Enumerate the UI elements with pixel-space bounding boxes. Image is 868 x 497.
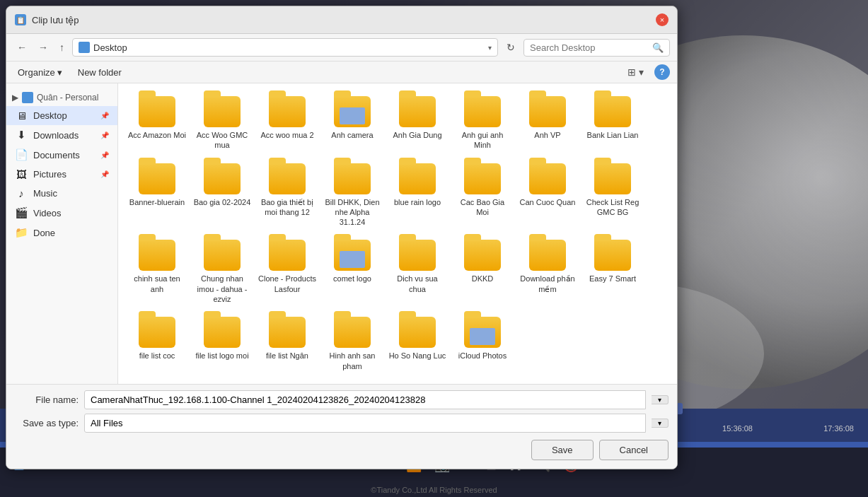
file-label-bao-gia-02-2024: Bao gia 02-2024 <box>194 197 251 207</box>
folder-icon-file-list-coc <box>139 317 175 348</box>
file-item-acc-woo-mua2[interactable]: Acc woo mua 2 <box>255 90 319 156</box>
desktop-icon: 🖥 <box>15 110 28 122</box>
sidebar-label-documents: Documents <box>33 150 95 160</box>
file-label-acc-amazon: Acc Amazon Moi <box>128 130 186 140</box>
up-button[interactable]: ↑ <box>56 40 68 54</box>
search-input[interactable] <box>530 42 649 53</box>
dialog-overlay: 📋 Clip lưu tệp × ← → ↑ Desktop ▾ ↻ 🔍 <box>0 0 868 497</box>
sidebar-label-pictures: Pictures <box>33 169 95 180</box>
refresh-button[interactable]: ↻ <box>502 40 519 54</box>
file-item-acc-amazon[interactable]: Acc Amazon Moi <box>125 90 189 156</box>
file-label-ho-so-nang-luc: Ho So Nang Luc <box>389 351 446 361</box>
file-label-bill-dhkk: Bill DHKK, Dien nhe Alpha 31.1.24 <box>323 197 381 228</box>
sidebar-item-music[interactable]: ♪ Music <box>6 184 117 203</box>
file-item-icloud-photos[interactable]: iCloud Photos <box>451 311 514 377</box>
file-item-bao-gia-thiet-bi[interactable]: Bao gia thiết bị moi thang 12 <box>255 158 319 233</box>
bottom-area: File name: ▾ Save as type: ▾ Save Cancel <box>6 384 677 469</box>
folder-icon-chinh-sua-ten <box>139 240 175 271</box>
file-item-banner-bluerain[interactable]: Banner-bluerain <box>125 158 189 233</box>
file-label-banner-bluerain: Banner-bluerain <box>129 197 185 207</box>
folder-icon-dkkd <box>464 240 501 271</box>
folder-icon-ho-so-nang-luc <box>399 317 436 348</box>
file-item-anh-gui-minh[interactable]: Anh gui anh Minh <box>451 90 514 156</box>
file-item-file-list-ngan[interactable]: file list Ngân <box>255 311 319 377</box>
folder-icon-file-list-ngan <box>269 317 306 348</box>
folder-icon-bao-gia-thiet-bi <box>269 163 306 194</box>
folder-icon-comet-logo <box>334 240 371 271</box>
folder-icon-easy-7-smart <box>594 240 631 271</box>
search-bar[interactable]: 🔍 <box>523 39 670 57</box>
sidebar-item-documents[interactable]: 📄 Documents 📌 <box>6 145 117 165</box>
address-text: Desktop <box>93 42 485 53</box>
folder-icon-check-list-reg <box>594 163 631 194</box>
sidebar-item-desktop[interactable]: 🖥 Desktop 📌 <box>6 106 117 125</box>
file-item-chinh-sua-ten[interactable]: chinh sua ten anh <box>125 234 189 310</box>
sidebar-item-videos[interactable]: 🎬 Videos <box>6 203 117 223</box>
file-item-easy-7-smart[interactable]: Easy 7 Smart <box>581 234 644 310</box>
folder-icon-can-cuoc-quan <box>529 163 566 194</box>
file-item-file-list-logo-moi[interactable]: file list logo moi <box>190 311 254 377</box>
file-label-anh-vp: Anh VP <box>534 130 560 140</box>
file-item-dich-vu-sua-chua[interactable]: Dich vu sua chua <box>386 234 449 310</box>
file-label-chung-nhan-imou: Chung nhan imou - dahua - ezviz <box>193 274 251 304</box>
file-item-acc-woo-gmc[interactable]: Acc Woo GMC mua <box>190 90 254 156</box>
file-item-anh-camera[interactable]: Anh camera <box>320 90 384 156</box>
search-icon: 🔍 <box>652 42 664 53</box>
save-button[interactable]: Save <box>531 440 594 460</box>
music-icon: ♪ <box>15 187 28 199</box>
sidebar-item-done[interactable]: 📁 Done <box>6 223 117 242</box>
file-label-anh-gui-minh: Anh gui anh Minh <box>453 130 511 151</box>
sidebar-chevron-icon: ▶ <box>12 93 18 103</box>
file-label-bank-lian: Bank Lian Lian <box>587 130 639 140</box>
action-row: Save Cancel <box>15 437 669 463</box>
back-button[interactable]: ← <box>13 40 30 54</box>
sidebar-label-desktop: Desktop <box>33 110 95 121</box>
filename-input[interactable] <box>84 390 646 409</box>
file-item-dkkd[interactable]: DKKD <box>451 234 514 310</box>
file-label-anh-gia-dung: Anh Gia Dung <box>393 130 441 140</box>
new-folder-button[interactable]: New folder <box>74 65 126 80</box>
file-label-file-list-ngan: file list Ngân <box>266 351 308 361</box>
file-item-clone-products[interactable]: Clone - Products Lasfour <box>255 234 319 310</box>
help-button[interactable]: ? <box>654 64 670 80</box>
filename-label: File name: <box>15 394 79 405</box>
forward-button[interactable]: → <box>35 40 52 54</box>
close-button[interactable]: × <box>656 13 669 26</box>
file-item-bill-dhkk[interactable]: Bill DHKK, Dien nhe Alpha 31.1.24 <box>320 158 384 233</box>
file-item-comet-logo[interactable]: comet logo <box>320 234 384 310</box>
sidebar-pin-documents: 📌 <box>100 151 109 159</box>
file-item-hinh-anh-san-pham[interactable]: Hinh anh san pham <box>320 311 384 377</box>
sidebar-group-header[interactable]: ▶ Quân - Personal <box>6 89 117 106</box>
filename-dropdown-button[interactable]: ▾ <box>652 395 669 404</box>
sidebar-item-pictures[interactable]: 🖼 Pictures 📌 <box>6 165 117 184</box>
nav-bar: ← → ↑ Desktop ▾ ↻ 🔍 <box>6 34 677 62</box>
savetype-row: Save as type: ▾ <box>15 414 669 433</box>
file-label-cac-bao-gia-moi: Cac Bao Gia Moi <box>453 197 511 218</box>
folder-icon-cac-bao-gia-moi <box>464 163 501 194</box>
file-label-chinh-sua-ten: chinh sua ten anh <box>128 274 186 294</box>
file-item-check-list-reg[interactable]: Check List Reg GMC BG <box>581 158 644 233</box>
file-item-anh-gia-dung[interactable]: Anh Gia Dung <box>386 90 449 156</box>
cancel-button[interactable]: Cancel <box>599 440 669 460</box>
file-item-cac-bao-gia-moi[interactable]: Cac Bao Gia Moi <box>451 158 514 233</box>
file-item-download-phan-mem[interactable]: Download phần mềm <box>516 234 579 310</box>
sidebar-group-label: Quân - Personal <box>37 93 98 103</box>
file-item-ho-so-nang-luc[interactable]: Ho So Nang Luc <box>386 311 449 377</box>
savetype-dropdown-button[interactable]: ▾ <box>652 419 669 428</box>
sidebar-item-downloads[interactable]: ⬇ Downloads 📌 <box>6 125 117 145</box>
file-item-anh-vp[interactable]: Anh VP <box>516 90 579 156</box>
filename-row: File name: ▾ <box>15 390 669 409</box>
file-item-bao-gia-02-2024[interactable]: Bao gia 02-2024 <box>190 158 254 233</box>
file-item-can-cuoc-quan[interactable]: Can Cuoc Quan <box>516 158 579 233</box>
savetype-input[interactable] <box>84 414 646 433</box>
organize-button[interactable]: Organize ▾ <box>13 65 66 80</box>
file-label-icloud-photos: iCloud Photos <box>458 351 507 361</box>
file-item-bank-lian[interactable]: Bank Lian Lian <box>581 90 644 156</box>
view-toggle-button[interactable]: ⊞ ▾ <box>624 65 647 79</box>
folder-icon-download-phan-mem <box>529 240 566 271</box>
file-item-blue-rain-logo[interactable]: blue rain logo <box>386 158 449 233</box>
address-bar[interactable]: Desktop ▾ <box>72 38 498 57</box>
file-item-file-list-coc[interactable]: file list coc <box>125 311 189 377</box>
file-label-download-phan-mem: Download phần mềm <box>519 274 577 294</box>
file-item-chung-nhan-imou[interactable]: Chung nhan imou - dahua - ezviz <box>190 234 254 310</box>
